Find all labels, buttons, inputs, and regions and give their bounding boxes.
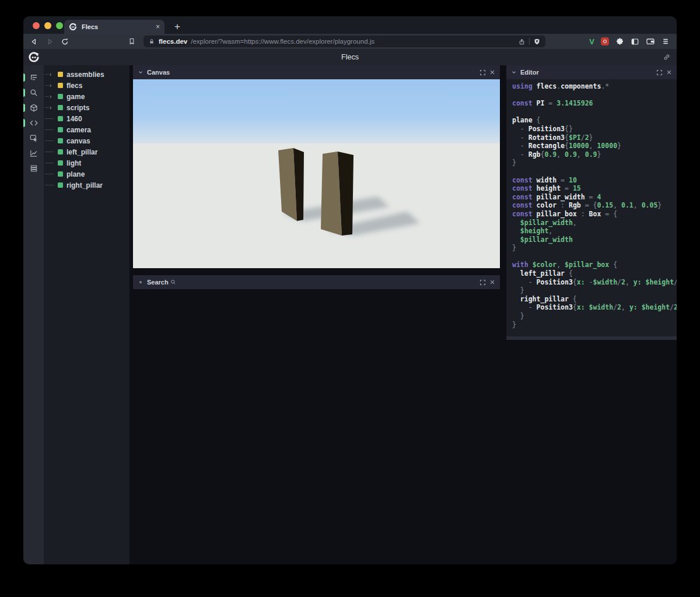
chevron-down-icon[interactable] [138,69,144,75]
tab-title: Flecs [82,23,151,30]
tree-item-camera[interactable]: camera [44,124,130,135]
code-line: } [512,321,677,329]
entity-label: plane [66,170,85,178]
code-line: const height = 15 [512,184,677,193]
wallet-icon[interactable] [646,37,655,46]
active-indicator [23,89,25,97]
activity-code-button[interactable] [23,115,44,131]
code-line: const pillar_box : Box = { [512,210,677,219]
tree-item-right_pillar[interactable]: right_pillar [44,180,130,191]
forward-button[interactable] [44,36,55,47]
bookmark-icon[interactable] [127,36,137,47]
tree-item-1460[interactable]: 1460 [44,113,130,124]
code-line: $height, [512,227,677,236]
search-panel-title: Search [147,279,476,286]
new-tab-button[interactable]: + [170,20,184,34]
activity-stack-button[interactable] [23,161,44,176]
tab-close-icon[interactable]: × [156,23,160,31]
code-line: - Position3{x: $width/2, y: $height/2} [512,303,677,312]
tree-item-canvas[interactable]: canvas [44,135,130,146]
tree-item-game[interactable]: ›game [44,91,130,102]
reload-button[interactable] [60,36,70,47]
code-line: plane { [512,116,677,125]
code-line: right_pillar { [512,295,677,304]
active-indicator [23,104,25,112]
chevron-down-icon[interactable] [511,69,517,75]
leaf-connector [45,141,58,141]
main-area: Canvas [130,65,677,564]
tree-item-flecs[interactable]: ›flecs [44,80,130,91]
code-line: const PI = 3.1415926 [512,99,677,108]
app-header: Flecs [23,49,677,65]
entity-color-dot [58,160,63,166]
flecs-favicon-icon [69,23,77,31]
close-icon[interactable] [489,69,495,75]
expand-icon[interactable] [480,279,486,286]
red-extension-icon[interactable] [601,37,609,45]
entity-color-dot [58,182,63,188]
code-line: - Rotation3{$PI/2} [512,134,677,142]
collapsed-dot-icon[interactable] [139,281,142,283]
share-icon[interactable] [518,38,526,45]
leaf-connector [45,152,58,152]
browser-tab[interactable]: Flecs × [64,20,164,34]
expand-icon[interactable] [480,69,486,76]
address-bar-divider [529,38,530,45]
editor-resize-handle[interactable] [506,336,677,340]
leaf-connector [45,163,58,163]
editor-panel-title: Editor [520,69,653,76]
menu-icon[interactable] [662,37,670,45]
address-bar[interactable]: flecs.dev /explorer/?wasm=https://www.fl… [144,36,545,47]
entity-label: canvas [66,137,90,145]
expand-chevron-icon[interactable]: › [45,94,58,100]
3d-viewport[interactable] [133,79,500,268]
expand-chevron-icon[interactable]: › [45,72,58,78]
vue-devtools-icon[interactable]: V [589,37,594,46]
close-window-button[interactable] [33,22,40,29]
permalink-icon[interactable] [663,53,671,61]
expand-chevron-icon[interactable]: › [45,83,58,89]
entity-color-dot [58,94,63,99]
search-icon [170,279,176,285]
inspector-icon [29,134,38,143]
tree-item-scripts[interactable]: ›scripts [44,102,130,113]
tree-item-light[interactable]: light [44,157,130,168]
entity-color-dot [58,72,63,77]
tree-item-left_pillar[interactable]: left_pillar [44,146,130,157]
browser-window: Flecs × + flecs.dev /explorer/?wasm=http… [23,16,677,564]
close-icon[interactable] [666,69,672,75]
code-line: - Position3{x: -$width/2, y: $height/2} [512,278,677,287]
zoom-window-button[interactable] [56,22,63,29]
activity-inspector-button[interactable] [23,131,44,146]
minimize-window-button[interactable] [44,22,51,29]
code-editor[interactable]: using flecs.components.* const PI = 3.14… [506,79,677,336]
activity-cube-button[interactable] [23,100,44,115]
canvas-panel-header[interactable]: Canvas [133,65,500,79]
extensions-puzzle-icon[interactable] [615,37,624,46]
close-icon[interactable] [489,279,495,285]
code-line: } [512,244,677,252]
entity-label: 1460 [66,115,82,123]
cube-icon [29,103,38,113]
tree-item-assemblies[interactable]: ›assemblies [44,69,130,80]
brave-shield-icon[interactable] [533,38,541,45]
activity-chart-button[interactable] [23,146,44,161]
active-indicator [23,73,25,82]
code-line: } [512,159,677,167]
back-button[interactable] [29,36,39,47]
expand-icon[interactable] [656,69,663,76]
tree-item-plane[interactable]: plane [44,168,130,180]
activity-tree-button[interactable] [23,70,44,85]
entity-color-dot [58,127,63,132]
editor-panel-header[interactable]: Editor [506,65,677,79]
sidebar-toggle-icon[interactable] [631,37,639,46]
code-line [512,167,677,176]
code-line: - Position3{} [512,125,677,134]
activity-search-button[interactable] [23,85,44,100]
search-panel-header[interactable]: Search [133,275,500,289]
entity-color-dot [58,171,63,177]
code-line: using flecs.components.* [512,82,677,91]
expand-chevron-icon[interactable]: › [45,105,58,111]
leaf-connector [45,174,58,174]
code-line [512,91,677,100]
